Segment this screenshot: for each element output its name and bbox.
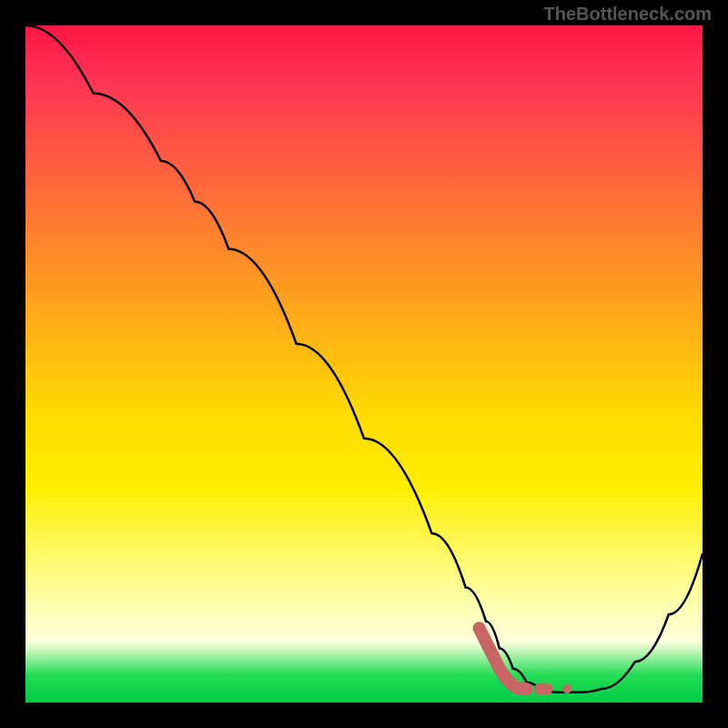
highlighted-markers bbox=[479, 628, 571, 694]
svg-point-1 bbox=[541, 683, 552, 695]
chart-plot-area bbox=[25, 25, 703, 703]
bottleneck-curve-line bbox=[25, 25, 703, 693]
watermark-text: TheBottleneck.com bbox=[544, 4, 712, 25]
svg-point-2 bbox=[562, 684, 571, 693]
chart-svg bbox=[25, 25, 703, 703]
